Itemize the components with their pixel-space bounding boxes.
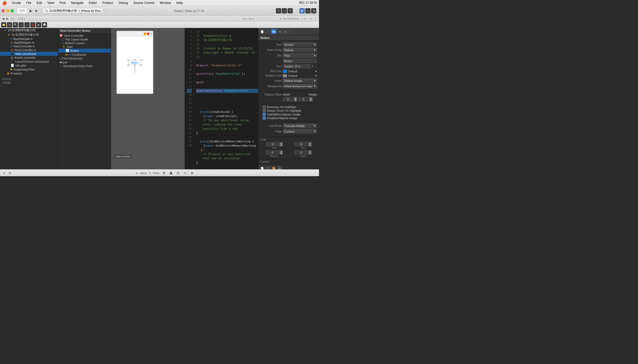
scene-first-responder[interactable]: □ First Responder xyxy=(58,57,111,60)
inset-top-down[interactable]: ▼ xyxy=(308,144,312,146)
search-nav-btn[interactable]: 🔍 xyxy=(13,22,18,27)
font-input[interactable]: System 15.0 xyxy=(283,64,311,68)
sidebar-info-plist[interactable]: 📄 Info.plist xyxy=(0,63,58,67)
add-file-btn[interactable]: + xyxy=(2,170,6,176)
close-editor-btn[interactable]: ✕ xyxy=(315,17,317,20)
attr-inspector-tab[interactable]: ⚙ xyxy=(277,29,282,34)
inset-right-down[interactable]: ▼ xyxy=(308,152,312,155)
palette-tab-4[interactable]: ⊞ xyxy=(277,166,282,169)
edge-select[interactable]: Content▾ xyxy=(283,129,317,134)
sidebar-viewcontroller-m[interactable]: m ViewController.m xyxy=(0,48,58,52)
align-btn[interactable]: ⊡ xyxy=(176,171,180,175)
menu-editor[interactable]: Editor xyxy=(88,1,98,5)
sidebar-products[interactable]: ▶ Products xyxy=(0,71,58,75)
scene-top-layout[interactable]: □ Top Layout Guide xyxy=(58,38,111,41)
font-icon[interactable]: T xyxy=(312,65,313,68)
sidebar-supporting-files[interactable]: ▶ Supporting Files xyxy=(0,67,58,71)
menu-navigate[interactable]: Navigate xyxy=(70,1,84,5)
sidebar-project-root[interactable]: ▼ 10-应用程序对象介绍 xyxy=(0,28,58,32)
sidebar-appdelegate-h[interactable]: h AppDelegate.h xyxy=(0,37,58,41)
menu-product[interactable]: Product xyxy=(101,1,114,5)
inset-bottom-down[interactable]: ▼ xyxy=(280,152,283,155)
palette-tab-3[interactable]: 🎨 xyxy=(271,166,276,169)
sidebar-appdelegate-m[interactable]: m AppDelegate.m xyxy=(0,41,58,44)
sidebar-assets[interactable]: 🗂 Assets.xcassets xyxy=(0,56,58,59)
button-text-input[interactable]: Button xyxy=(283,59,317,63)
size-inspector-tab[interactable]: ⊞ xyxy=(283,29,288,34)
symbol-nav-btn[interactable]: ⊞ xyxy=(7,22,12,27)
menu-view[interactable]: View xyxy=(46,1,55,5)
scene-storyboard-entry[interactable]: → Storyboard Entry Point xyxy=(58,64,111,68)
issues-btn[interactable]: ⚠ xyxy=(183,171,188,175)
breakpoint-nav-btn[interactable]: ◆ xyxy=(36,22,41,27)
title-select[interactable]: Plain▾ xyxy=(283,53,317,58)
textcolor-swatch[interactable] xyxy=(283,70,287,73)
shadow-height-stepper[interactable]: ▲ ▼ xyxy=(309,97,312,101)
util-panel-btn[interactable]: ◨ xyxy=(311,8,316,13)
file-inspector-tab[interactable]: 📄 xyxy=(259,29,265,34)
reverses-checkbox[interactable] xyxy=(263,105,266,109)
highlighted-checkbox[interactable] xyxy=(263,113,266,116)
menu-edit[interactable]: Edit xyxy=(35,1,43,5)
scene-exit[interactable]: ◀ Exit xyxy=(58,60,111,64)
sidebar-viewcontroller-h[interactable]: h ViewController.h xyxy=(0,44,58,48)
inset-left-input[interactable] xyxy=(266,142,279,146)
debug-nav-btn[interactable]: 🐞 xyxy=(30,22,35,27)
constraints-btn[interactable]: ▣ xyxy=(168,171,174,175)
shadow-height-input[interactable]: 0 xyxy=(298,97,309,101)
handle-tr[interactable] xyxy=(140,59,142,61)
h-any-value[interactable]: hAny xyxy=(153,171,160,175)
menu-file[interactable]: File xyxy=(25,1,32,5)
image-select[interactable]: Default Image▾ xyxy=(283,78,317,83)
debug-panel-btn[interactable]: ◫ xyxy=(305,8,311,13)
inset-bottom-input[interactable] xyxy=(266,150,279,155)
minimize-button[interactable] xyxy=(6,9,9,12)
shadowcolor-value[interactable]: Default ▾ xyxy=(283,74,317,77)
inset-top-input[interactable] xyxy=(295,142,308,146)
issue-nav-btn[interactable]: ⊙ xyxy=(7,171,12,175)
menu-find[interactable]: Find xyxy=(58,1,67,5)
quick-help-tab[interactable]: ? xyxy=(265,29,271,34)
textcolor-value[interactable]: Default ▾ xyxy=(283,69,317,73)
shadow-width-down[interactable]: ▼ xyxy=(294,99,297,101)
run-button[interactable]: ▶ xyxy=(29,8,33,13)
inset-right-input[interactable] xyxy=(295,150,308,155)
nav-back[interactable]: ◀ xyxy=(2,17,4,20)
report-nav-btn[interactable]: 💬 xyxy=(42,22,47,27)
nav-forward[interactable]: ▶ xyxy=(6,17,8,20)
shadow-height-down[interactable]: ▼ xyxy=(309,99,312,101)
warning-nav-btn[interactable]: ⚠ xyxy=(19,22,24,27)
standard-editor-btn[interactable]: ⊞ xyxy=(276,8,281,13)
assistant-editor-btn[interactable]: ◫ xyxy=(282,8,287,13)
stop-button[interactable]: ■ xyxy=(34,8,38,13)
sidebar-group[interactable]: ▼ 10-应用程序对象介绍 xyxy=(0,32,58,37)
close-button[interactable] xyxy=(2,9,5,12)
handle-tc[interactable] xyxy=(134,59,136,61)
menu-debug[interactable]: Debug xyxy=(117,1,129,5)
code-content[interactable]: // // ViewController.m // 10-应用程序对象介绍 //… xyxy=(194,28,258,169)
scheme-selector[interactable]: 🔨 10-应用程序对象介绍 ❯ iPhone 6s Plus xyxy=(43,8,103,13)
shadow-width-stepper[interactable]: ▲ ▼ xyxy=(294,97,297,101)
inset-left-down[interactable]: ▼ xyxy=(280,144,283,146)
palette-tab-2[interactable]: ⬡ xyxy=(265,166,271,169)
add-editor-btn[interactable]: ✚ xyxy=(310,17,312,20)
zoom-btn[interactable]: ⊕ xyxy=(190,171,194,175)
inset-top-stepper[interactable]: ▲ ▼ xyxy=(308,142,312,146)
size-grid-btn[interactable]: ⊞ xyxy=(162,171,166,175)
maximize-button[interactable] xyxy=(11,9,14,12)
inset-left-stepper[interactable]: ▲ ▼ xyxy=(280,142,283,146)
menu-help[interactable]: Help xyxy=(175,1,184,5)
test-nav-btn[interactable]: ✓ xyxy=(24,22,30,27)
type-select[interactable]: System▾ xyxy=(283,42,317,47)
apple-menu[interactable]: 🍎 xyxy=(2,1,7,5)
bg-select[interactable]: Default Background Image▾ xyxy=(283,84,317,88)
menu-window[interactable]: Window xyxy=(159,1,172,5)
identity-inspector-tab[interactable]: 🪪 xyxy=(271,29,276,34)
state-select[interactable]: Default▾ xyxy=(283,48,317,52)
font-dots[interactable]: … xyxy=(314,65,317,68)
conn-inspector-tab[interactable]: → xyxy=(289,29,294,34)
sidebar-launch-storyboard[interactable]: 📱 LaunchScreen.storyboard xyxy=(0,59,58,63)
menu-xcode[interactable]: Xcode xyxy=(11,1,22,5)
shows-touch-checkbox[interactable] xyxy=(263,109,266,112)
scene-view-controller[interactable]: 🎯 View Controller xyxy=(58,34,111,38)
